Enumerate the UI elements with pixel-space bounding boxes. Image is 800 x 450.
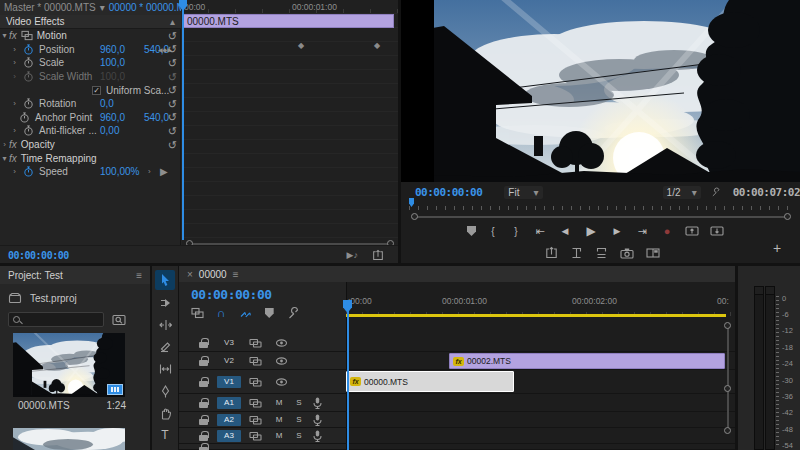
play-button-icon[interactable]: ▶: [583, 224, 599, 238]
clip-00002[interactable]: fx 00002.MTS: [449, 353, 725, 369]
step-back-icon[interactable]: ◀: [558, 226, 572, 236]
track-a3[interactable]: A3 M S: [179, 428, 735, 444]
timeline-settings-wrench-icon[interactable]: [287, 307, 300, 320]
stopwatch-icon[interactable]: [23, 125, 34, 136]
clip-00000-selected[interactable]: fx 00000.MTS: [346, 371, 514, 392]
program-monitor-video[interactable]: [401, 0, 800, 182]
reset-icon[interactable]: ↺: [168, 112, 177, 122]
sync-lock-icon[interactable]: [249, 355, 262, 367]
overwrite-icon[interactable]: [595, 247, 608, 259]
project-root-item[interactable]: Test.prproj: [8, 292, 77, 304]
lock-icon[interactable]: [199, 356, 208, 366]
sync-lock-icon[interactable]: [249, 337, 262, 349]
panel-menu-icon[interactable]: ≡: [136, 270, 142, 281]
effect-controls-clip-bar[interactable]: 00000.MTS: [182, 14, 394, 28]
track-v2[interactable]: V2 fx 00002.MTS: [179, 352, 735, 370]
expander-icon[interactable]: ›: [0, 140, 9, 149]
close-tab-icon[interactable]: ×: [187, 269, 193, 280]
video-effects-section-header[interactable]: Video Effects ▴: [0, 15, 181, 29]
project-item-thumbnail-2[interactable]: [13, 428, 125, 450]
step-forward-icon[interactable]: ▶: [610, 226, 624, 236]
reset-icon[interactable]: ↺: [168, 85, 177, 95]
add-marker-icon[interactable]: [265, 308, 274, 318]
timeline-timecode[interactable]: 00:00:00:00: [191, 287, 272, 302]
expander-icon[interactable]: ▾: [0, 31, 9, 40]
effect-controls-timeline[interactable]: 00:00 00:00:01:00 00000.MTS ◆ ◆: [182, 0, 398, 245]
mute-button[interactable]: M: [273, 430, 285, 442]
stopwatch-icon[interactable]: [23, 57, 34, 68]
insert-icon[interactable]: [570, 247, 583, 259]
audio-meter-right[interactable]: [765, 294, 775, 450]
uniform-scale-checkbox[interactable]: ✓: [92, 86, 101, 95]
effect-controls-source-label[interactable]: Master * 00000.MTS: [4, 2, 96, 13]
expander-icon[interactable]: ▾: [0, 154, 9, 163]
project-item-thumbnail[interactable]: [13, 333, 125, 397]
sync-lock-icon[interactable]: [249, 376, 262, 388]
audio-meter-left[interactable]: [754, 294, 764, 450]
antiflicker-value[interactable]: 0,00: [100, 125, 119, 136]
track-v3[interactable]: V3: [179, 334, 735, 352]
mark-out-icon[interactable]: }: [510, 226, 522, 237]
reset-icon[interactable]: ↺: [168, 126, 177, 136]
track-v2-badge[interactable]: V2: [217, 355, 241, 367]
lock-icon[interactable]: [199, 443, 208, 450]
track-a3-badge[interactable]: A3: [217, 430, 241, 442]
anchor-x-value[interactable]: 960,0: [100, 112, 125, 123]
expander-icon[interactable]: ›: [10, 99, 19, 108]
solo-button[interactable]: S: [293, 397, 305, 409]
playhead-line[interactable]: [182, 0, 184, 240]
program-timecode[interactable]: 00:00:00:00: [415, 186, 482, 199]
linked-selection-icon[interactable]: [239, 307, 252, 319]
expander-icon[interactable]: ›: [10, 126, 19, 135]
voiceover-mic-icon[interactable]: [311, 429, 324, 442]
sequence-tab-label[interactable]: 00000: [199, 269, 227, 280]
speed-row[interactable]: › Speed 100,00% › ▶: [0, 165, 181, 179]
settings-wrench-icon[interactable]: [711, 186, 721, 199]
sync-lock-icon[interactable]: [249, 430, 262, 442]
voiceover-mic-icon[interactable]: [311, 396, 324, 409]
nest-sequence-icon[interactable]: [191, 307, 204, 319]
motion-effect-row[interactable]: ▾ fx Motion ↺: [0, 29, 181, 43]
play-flag-icon[interactable]: ▶: [160, 166, 168, 177]
timeline-playhead-line[interactable]: [347, 300, 349, 450]
timeline-ruler[interactable]: :00:00 00:00:01:00 00:00:02:00 00:: [346, 282, 735, 316]
pen-tool[interactable]: [155, 381, 175, 401]
stopwatch-icon[interactable]: [23, 166, 34, 177]
mute-button[interactable]: M: [273, 397, 285, 409]
button-editor-plus-icon[interactable]: +: [773, 240, 781, 256]
ripple-edit-tool[interactable]: [155, 315, 175, 335]
scale-value[interactable]: 100,0: [100, 57, 125, 68]
export-icon[interactable]: [372, 249, 384, 261]
play-audio-icon[interactable]: ▶♪: [347, 250, 358, 260]
more-icon[interactable]: ›: [148, 167, 151, 176]
reset-icon[interactable]: ↺: [168, 58, 177, 68]
work-area-bar[interactable]: [346, 314, 726, 317]
reset-icon[interactable]: ↺: [168, 140, 177, 150]
voiceover-mic-icon[interactable]: [311, 413, 324, 426]
mute-button[interactable]: M: [273, 414, 285, 426]
keyframe-diamond[interactable]: ◆: [374, 41, 380, 50]
panel-menu-icon[interactable]: ≡: [233, 269, 239, 280]
lock-icon[interactable]: [199, 431, 208, 441]
slip-tool[interactable]: [155, 359, 175, 379]
effect-controls-sequence-label[interactable]: 00000 * 00000.M...: [109, 2, 181, 13]
position-row[interactable]: › Position 960,0 540,0 ◀◆▶ ↺: [0, 43, 181, 57]
opacity-effect-row[interactable]: › fx Opacity ↺: [0, 138, 181, 152]
razor-tool[interactable]: [155, 337, 175, 357]
position-x-value[interactable]: 960,0: [100, 44, 125, 55]
project-search-input[interactable]: [8, 312, 104, 327]
track-a2-badge[interactable]: A2: [217, 414, 241, 426]
anchor-y-value[interactable]: 540,0: [144, 112, 169, 123]
expander-icon[interactable]: ›: [10, 45, 19, 54]
project-tab-bar[interactable]: Project: Test ≡: [0, 266, 150, 284]
sync-lock-icon[interactable]: [249, 414, 262, 426]
mark-in-icon[interactable]: {: [487, 226, 499, 237]
lock-icon[interactable]: [199, 415, 208, 425]
track-output-eye-icon[interactable]: [275, 376, 288, 388]
record-button-icon[interactable]: ●: [660, 225, 674, 237]
sync-lock-icon[interactable]: [249, 397, 262, 409]
timeline-vertical-scrollbar[interactable]: [727, 325, 729, 431]
scale-row[interactable]: › Scale 100,0 ↺: [0, 56, 181, 70]
collapse-up-icon[interactable]: ▴: [170, 16, 175, 27]
keyframe-diamond[interactable]: ◆: [298, 41, 304, 50]
